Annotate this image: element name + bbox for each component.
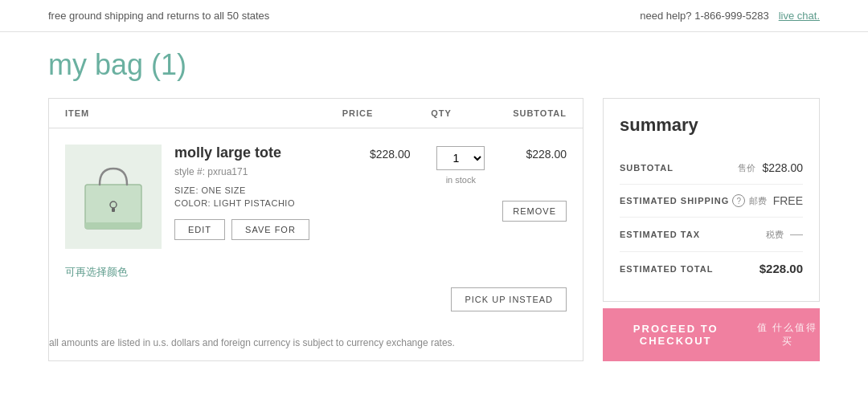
in-stock-label: in stock — [446, 175, 476, 185]
summary-subtotal-label: SUBTOTAL — [620, 163, 674, 173]
col-header-qty: QTY — [399, 108, 483, 118]
checkout-suffix: 值 什么值得买 — [755, 321, 820, 348]
summary-shipping-label: ESTIMATED SHIPPING — [620, 196, 729, 206]
save-for-button[interactable]: SAVE FOR — [231, 219, 309, 240]
summary-title: summary — [620, 115, 803, 136]
col-header-item: ITEM — [65, 108, 316, 118]
item-name: molly large tote — [174, 145, 348, 161]
col-header-price: PRICE — [316, 108, 399, 118]
qty-select[interactable]: 1 2 3 4 5 — [436, 146, 485, 170]
item-price: $228.00 — [361, 145, 419, 161]
live-chat-link[interactable]: live chat. — [779, 10, 820, 22]
cart-section: ITEM PRICE QTY SUBTOTAL — [48, 98, 583, 361]
item-details: molly large tote style #: pxrua171 SIZE:… — [174, 145, 348, 240]
summary-tax-value: — — [790, 227, 803, 242]
bag-count: (1) — [151, 48, 186, 81]
summary-total-label: ESTIMATED TOTAL — [620, 264, 713, 274]
item-subtotal-value: $228.00 — [526, 148, 567, 161]
subtotal-cn: 售价 — [738, 162, 755, 174]
svg-rect-0 — [85, 185, 141, 229]
checkout-label: PROCEED TO CHECKOUT — [603, 323, 748, 347]
shipping-text: free ground shipping and returns to all … — [48, 10, 269, 22]
cart-item-row: molly large tote style #: pxrua171 SIZE:… — [49, 128, 583, 265]
item-qty-col: 1 2 3 4 5 in stock — [432, 145, 489, 185]
item-style: style #: pxrua171 — [174, 166, 348, 177]
summary-total-value: $228.00 — [760, 262, 803, 275]
pick-up-row: PICK UP INSTEAD — [49, 287, 583, 324]
summary-box: summary SUBTOTAL 售价 $228.00 ESTIMATED SH… — [603, 98, 820, 302]
edit-button[interactable]: EDIT — [174, 219, 225, 240]
item-price-value: $228.00 — [370, 148, 411, 161]
summary-subtotal-row: SUBTOTAL 售价 $228.00 — [620, 152, 803, 185]
remove-button[interactable]: REMOVE — [502, 201, 567, 222]
summary-tax-row: ESTIMATED TAX 税费 — — [620, 218, 803, 252]
checkout-button[interactable]: PROCEED TO CHECKOUT 值 什么值得买 — [603, 308, 820, 361]
help-text: need help? 1-866-999-5283 — [640, 10, 768, 22]
cart-header: ITEM PRICE QTY SUBTOTAL — [49, 99, 583, 128]
color-note[interactable]: 可再选择颜色 — [49, 265, 583, 287]
summary-shipping-value: FREE — [773, 194, 803, 207]
col-header-subtotal: SUBTOTAL — [483, 108, 567, 118]
summary-subtotal-value: $228.00 — [762, 161, 803, 174]
item-actions: EDIT SAVE FOR — [174, 219, 348, 240]
item-color: COLOR: LIGHT PISTACHIO — [174, 198, 348, 208]
summary-tax-label: ESTIMATED TAX — [620, 230, 700, 239]
svg-rect-1 — [85, 222, 141, 229]
page-title: my bag (1) — [48, 48, 820, 82]
pick-up-button[interactable]: PICK UP INSTEAD — [451, 287, 567, 311]
summary-shipping-row: ESTIMATED SHIPPING ? 邮费 FREE — [620, 185, 803, 218]
bag-illustration — [77, 157, 149, 237]
shipping-help-icon[interactable]: ? — [732, 194, 745, 207]
shipping-cn: 邮费 — [749, 195, 767, 207]
top-bar: free ground shipping and returns to all … — [0, 0, 868, 32]
cart-footer-note: all amounts are listed in u.s. dollars a… — [49, 324, 583, 348]
item-subtotal-col: $228.00 REMOVE — [502, 145, 567, 222]
svg-rect-3 — [112, 208, 115, 212]
main-content: my bag (1) ITEM PRICE QTY SUBTOTAL — [0, 32, 868, 377]
summary-section: summary SUBTOTAL 售价 $228.00 ESTIMATED SH… — [603, 98, 820, 361]
tax-cn: 税费 — [766, 229, 784, 241]
summary-total-row: ESTIMATED TOTAL $228.00 — [620, 252, 803, 285]
item-image — [65, 145, 162, 249]
item-size: SIZE: ONE SIZE — [174, 185, 348, 195]
layout: ITEM PRICE QTY SUBTOTAL — [48, 98, 820, 361]
bag-title-text: my bag — [48, 48, 143, 81]
help-section: need help? 1-866-999-5283 live chat. — [640, 10, 820, 22]
